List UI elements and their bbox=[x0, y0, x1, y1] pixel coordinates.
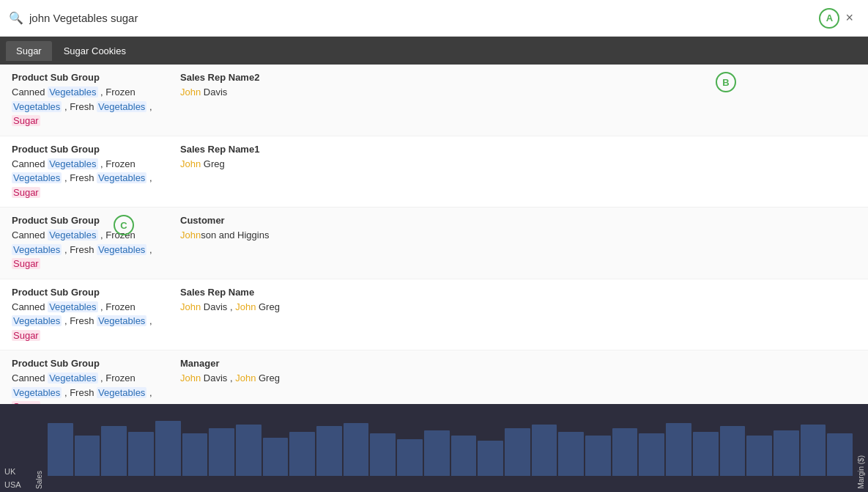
left-col: Product Sub Group Canned Vegetables , Fr… bbox=[12, 358, 166, 404]
result-row[interactable]: Product Sub Group Canned Vegetables , Fr… bbox=[0, 279, 868, 351]
left-col: Product Sub Group Canned Vegetables , Fr… bbox=[12, 215, 166, 271]
veg-highlight: Vegetables bbox=[48, 158, 97, 169]
chart-bar bbox=[746, 436, 772, 476]
veg-highlight: Vegetables bbox=[97, 172, 146, 183]
veg-highlight: Vegetables bbox=[12, 244, 62, 255]
left-title: Product Sub Group bbox=[12, 215, 166, 226]
search-bar: 🔍 A × bbox=[0, 0, 868, 37]
right-title: Customer bbox=[180, 215, 856, 226]
left-title: Product Sub Group bbox=[12, 358, 166, 369]
right-title: Sales Rep Name2 bbox=[180, 72, 856, 83]
chart-bar bbox=[370, 433, 396, 476]
veg-highlight: Vegetables bbox=[48, 301, 97, 312]
left-col: Product Sub Group Canned Vegetables , Fr… bbox=[12, 287, 166, 343]
tabs-bar: Sugar Sugar Cookies bbox=[0, 37, 868, 65]
right-title: Sales Rep Name bbox=[180, 287, 856, 298]
right-col: Sales Rep Name John Davis , John Greg bbox=[166, 287, 856, 315]
john-highlight: John bbox=[180, 230, 201, 241]
chart-bar bbox=[532, 425, 557, 476]
search-input[interactable] bbox=[29, 12, 813, 24]
right-value: John Davis bbox=[180, 85, 856, 100]
close-button[interactable]: × bbox=[839, 7, 859, 29]
result-row[interactable]: Product Sub Group Canned Vegetables , Fr… bbox=[0, 65, 868, 136]
annotation-a: A bbox=[819, 8, 839, 29]
right-title: Sales Rep Name1 bbox=[180, 144, 856, 155]
right-value: Johnson and Higgins bbox=[180, 228, 856, 243]
chart-label-uk: UK bbox=[4, 467, 28, 476]
left-title: Product Sub Group bbox=[12, 144, 166, 155]
chart-bar bbox=[424, 430, 450, 476]
chart-bar bbox=[316, 426, 342, 476]
chart-bar bbox=[693, 432, 719, 476]
veg-highlight: Vegetables bbox=[97, 101, 146, 112]
chart-bar bbox=[182, 433, 208, 476]
left-value: Canned Vegetables , Frozen Vegetables , … bbox=[12, 85, 166, 128]
chart-bar bbox=[558, 432, 584, 476]
tab-sugar-cookies[interactable]: Sugar Cookies bbox=[53, 41, 136, 61]
veg-highlight: Vegetables bbox=[48, 230, 97, 241]
annotation-b: B bbox=[716, 72, 736, 92]
tab-sugar[interactable]: Sugar bbox=[6, 41, 52, 61]
veg-highlight: Vegetables bbox=[97, 315, 146, 326]
veg-highlight: Vegetables bbox=[12, 172, 62, 183]
chart-bars bbox=[46, 404, 854, 492]
right-title: Manager bbox=[180, 358, 856, 369]
chart-right-label: Margin ($) bbox=[854, 452, 868, 492]
chart-bar bbox=[48, 423, 73, 476]
left-col: Product Sub Group Canned Vegetables , Fr… bbox=[12, 144, 166, 200]
left-col: Product Sub Group Canned Vegetables , Fr… bbox=[12, 72, 166, 128]
result-row[interactable]: Product Sub Group Canned Vegetables , Fr… bbox=[0, 208, 868, 279]
chart-bar bbox=[289, 432, 315, 476]
sugar-highlight: Sugar bbox=[12, 330, 40, 341]
chart-bar bbox=[827, 433, 853, 476]
right-value: John Davis , John Greg bbox=[180, 371, 856, 386]
result-row[interactable]: Product Sub Group Canned Vegetables , Fr… bbox=[0, 136, 868, 208]
chart-bar bbox=[101, 426, 127, 476]
result-row[interactable]: Product Sub Group Canned Vegetables , Fr… bbox=[0, 350, 868, 404]
veg-highlight: Vegetables bbox=[97, 387, 146, 398]
john-highlight: John bbox=[180, 87, 201, 98]
chart-label-usa: USA bbox=[4, 480, 28, 489]
chart-bar bbox=[505, 428, 530, 476]
right-col: Sales Rep Name1 John Greg bbox=[166, 144, 856, 172]
sugar-highlight: Sugar bbox=[12, 258, 40, 269]
john-highlight: John bbox=[235, 301, 256, 312]
right-value: John Greg bbox=[180, 157, 856, 172]
chart-bar bbox=[774, 430, 799, 476]
annotation-c: C bbox=[114, 215, 134, 235]
right-col: Customer Johnson and Higgins bbox=[166, 215, 856, 243]
left-title: Product Sub Group bbox=[12, 287, 166, 298]
left-value: Canned Vegetables , Frozen Vegetables , … bbox=[12, 300, 166, 343]
chart-bar bbox=[75, 436, 100, 476]
chart-area: UK USA Sales Margin ($) bbox=[0, 404, 868, 492]
veg-highlight: Vegetables bbox=[12, 315, 62, 326]
veg-highlight: Vegetables bbox=[48, 87, 97, 98]
sugar-highlight: Sugar bbox=[12, 115, 40, 126]
john-highlight: John bbox=[180, 372, 201, 383]
chart-bar bbox=[801, 425, 826, 476]
chart-bar bbox=[639, 433, 664, 476]
chart-bar bbox=[236, 425, 261, 476]
right-col: Manager John Davis , John Greg bbox=[166, 358, 856, 386]
chart-bar bbox=[155, 421, 181, 476]
left-value: Canned Vegetables , Frozen Vegetables , … bbox=[12, 228, 166, 271]
chart-bar bbox=[720, 426, 746, 476]
chart-bar bbox=[666, 423, 691, 476]
left-title: Product Sub Group bbox=[12, 72, 166, 83]
right-col: Sales Rep Name2 John Davis bbox=[166, 72, 856, 100]
chart-bar bbox=[451, 436, 477, 476]
chart-bar bbox=[209, 428, 234, 476]
veg-highlight: Vegetables bbox=[12, 387, 62, 398]
chart-bar bbox=[263, 438, 289, 476]
results-area: Product Sub Group Canned Vegetables , Fr… bbox=[0, 65, 868, 404]
chart-bar bbox=[478, 441, 503, 476]
left-value: Canned Vegetables , Frozen Vegetables , … bbox=[12, 371, 166, 404]
left-value: Canned Vegetables , Frozen Vegetables , … bbox=[12, 157, 166, 200]
chart-bar bbox=[612, 428, 638, 476]
chart-bar bbox=[397, 439, 423, 476]
john-highlight: John bbox=[180, 158, 201, 169]
sugar-highlight: Sugar bbox=[12, 187, 40, 198]
search-icon: 🔍 bbox=[9, 11, 23, 25]
john-highlight: John bbox=[180, 301, 201, 312]
chart-y-label: Sales bbox=[32, 468, 46, 492]
